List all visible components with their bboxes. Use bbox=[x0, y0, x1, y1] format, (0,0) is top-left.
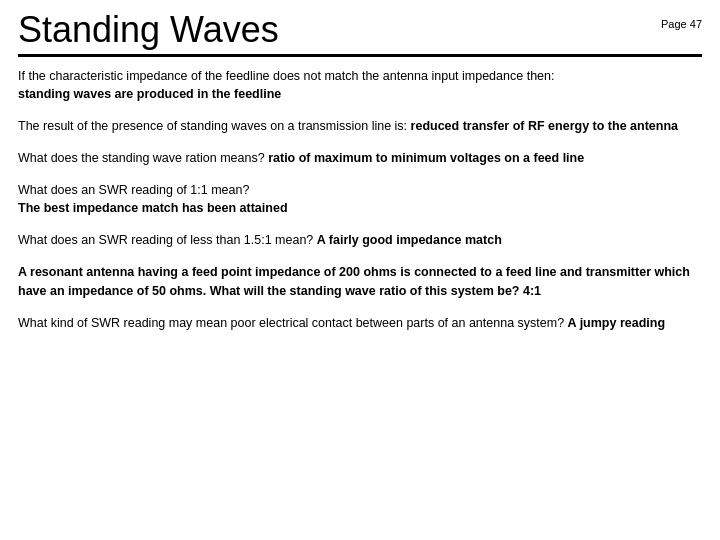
section5-text: What does an SWR reading of less than 1.… bbox=[18, 231, 702, 249]
section1-normal: If the characteristic impedance of the f… bbox=[18, 69, 554, 83]
section7-text: What kind of SWR reading may mean poor e… bbox=[18, 314, 702, 332]
section-4: What does an SWR reading of 1:1 mean? Th… bbox=[18, 181, 702, 217]
page-number: Page 47 bbox=[661, 18, 702, 30]
header: Standing Waves Page 47 bbox=[18, 10, 702, 50]
section7-normal: What kind of SWR reading may mean poor e… bbox=[18, 316, 568, 330]
section-6: A resonant antenna having a feed point i… bbox=[18, 263, 702, 299]
section2-normal: The result of the presence of standing w… bbox=[18, 119, 411, 133]
section1-bold: standing waves are produced in the feedl… bbox=[18, 87, 281, 101]
section1-text: If the characteristic impedance of the f… bbox=[18, 67, 702, 103]
section2-bold: reduced transfer of RF energy to the ant… bbox=[411, 119, 678, 133]
section-2: The result of the presence of standing w… bbox=[18, 117, 702, 135]
section6-bold: A resonant antenna having a feed point i… bbox=[18, 265, 690, 297]
section4-text: What does an SWR reading of 1:1 mean? Th… bbox=[18, 181, 702, 217]
section-5: What does an SWR reading of less than 1.… bbox=[18, 231, 702, 249]
section4-bold: The best impedance match has been attain… bbox=[18, 201, 288, 215]
section-7: What kind of SWR reading may mean poor e… bbox=[18, 314, 702, 332]
section3-text: What does the standing wave ration means… bbox=[18, 149, 702, 167]
section5-normal: What does an SWR reading of less than 1.… bbox=[18, 233, 317, 247]
section2-text: The result of the presence of standing w… bbox=[18, 117, 702, 135]
page-title: Standing Waves bbox=[18, 10, 279, 50]
section4-normal: What does an SWR reading of 1:1 mean? bbox=[18, 183, 249, 197]
section3-bold: ratio of maximum to minimum voltages on … bbox=[268, 151, 584, 165]
section-1: If the characteristic impedance of the f… bbox=[18, 67, 702, 103]
section7-bold: A jumpy reading bbox=[568, 316, 665, 330]
section6-text: A resonant antenna having a feed point i… bbox=[18, 263, 702, 299]
section3-normal: What does the standing wave ration means… bbox=[18, 151, 268, 165]
divider bbox=[18, 54, 702, 57]
page-container: Standing Waves Page 47 If the characteri… bbox=[0, 0, 720, 540]
section5-bold: A fairly good impedance match bbox=[317, 233, 502, 247]
section-3: What does the standing wave ration means… bbox=[18, 149, 702, 167]
